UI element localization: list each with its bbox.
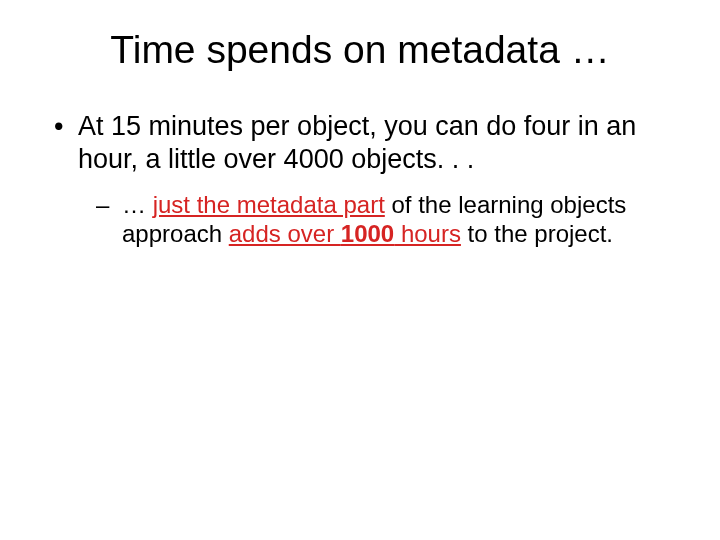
emphasis-underline: adds over 1000 hours [229, 220, 461, 247]
slide-title: Time spends on metadata … [50, 28, 670, 72]
bullet-level1-text: At 15 minutes per object, you can do fou… [78, 111, 636, 174]
slide: Time spends on metadata … • At 15 minute… [0, 0, 720, 248]
bullet-dash-icon: – [96, 190, 109, 219]
bullet-level2: – … just the metadata part of the learni… [50, 190, 670, 249]
bullet-dot-icon: • [54, 110, 63, 143]
bullet-level1: • At 15 minutes per object, you can do f… [50, 110, 670, 176]
emphasis-underline: just the metadata part [153, 191, 385, 218]
bullet-level2-text: … just the metadata part of the learning… [122, 191, 626, 247]
